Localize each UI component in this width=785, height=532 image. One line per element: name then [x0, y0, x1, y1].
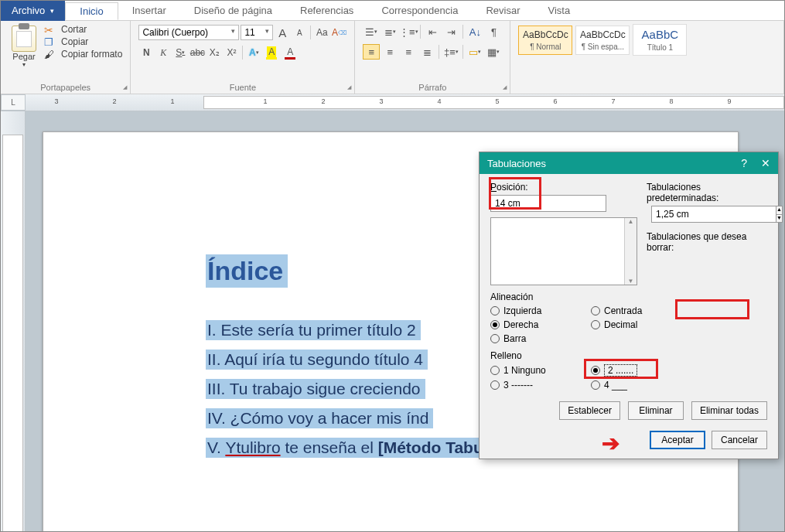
- posicion-input[interactable]: [490, 195, 606, 212]
- align-right-button[interactable]: ≡: [400, 44, 417, 60]
- horizontal-ruler[interactable]: 3 2 1 1 2 3 4 5 6 7 8 9: [26, 94, 784, 111]
- alineacion-group: Izquierda Centrada Derecha Decimal Barra: [490, 305, 767, 344]
- style-sinespacio[interactable]: AaBbCcDc ¶ Sin espa...: [575, 26, 630, 55]
- ribbon-tabs: Archivo Inicio Insertar Diseño de página…: [1, 1, 784, 21]
- tabulaciones-dialog: Tabulaciones ? ✕ Posición: ▲▼ Tabulacion…: [479, 152, 779, 459]
- ruler-row: L 3 2 1 1 2 3 4 5 6 7 8 9: [1, 94, 784, 111]
- radio-centrada[interactable]: Centrada: [591, 305, 668, 316]
- line-spacing-button[interactable]: ‡≡▾: [442, 44, 459, 60]
- underline-button[interactable]: S▾: [172, 44, 188, 61]
- eliminar-todas-button[interactable]: Eliminar todas: [691, 401, 767, 420]
- radio-izquierda[interactable]: Izquierda: [490, 305, 568, 316]
- ribbon: Pegar ▾ Cortar Copiar Copiar formato Por…: [1, 21, 784, 94]
- dialog-help-button[interactable]: ?: [741, 157, 747, 169]
- style-titulo1[interactable]: AaBbC Título 1: [633, 24, 687, 56]
- font-size-select[interactable]: 11: [241, 25, 273, 40]
- font-color-button[interactable]: A: [282, 44, 299, 61]
- paste-icon: [12, 26, 36, 52]
- doc-line-2: II. Aquí iría tu segundo título 4: [206, 350, 428, 370]
- strike-button[interactable]: abc: [189, 44, 205, 61]
- predeterminadas-input[interactable]: [651, 206, 776, 223]
- sort-button[interactable]: A↓: [466, 24, 483, 39]
- radio-relleno-3[interactable]: 3 -------: [490, 380, 568, 390]
- group-font: Calibri (Cuerpo) 11 A A Aa A⌫ N K S▾ abc…: [131, 21, 355, 94]
- subscript-button[interactable]: X₂: [206, 44, 222, 61]
- clear-format-button[interactable]: A⌫: [331, 24, 346, 41]
- doc-heading: Índice: [206, 254, 288, 288]
- format-painter-button[interactable]: Copiar formato: [44, 49, 122, 60]
- copy-button[interactable]: Copiar: [44, 36, 122, 47]
- style-normal[interactable]: AaBbCcDc ¶ Normal: [518, 26, 572, 55]
- font-name-select[interactable]: Calibri (Cuerpo): [138, 25, 239, 40]
- doc-line-1: I. Este sería tu primer título 2: [206, 320, 421, 340]
- group-clipboard: Pegar ▾ Cortar Copiar Copiar formato Por…: [1, 21, 131, 94]
- tab-inicio[interactable]: Inicio: [65, 2, 118, 20]
- paste-label: Pegar: [9, 52, 39, 61]
- establecer-button[interactable]: Establecer: [559, 401, 620, 420]
- tab-vista[interactable]: Vista: [534, 2, 584, 19]
- posicion-label: Posición:: [490, 182, 637, 193]
- tab-insertar[interactable]: Insertar: [118, 2, 180, 19]
- doc-line-3: III. Tu trabajo sigue creciendo: [206, 379, 425, 399]
- dialog-title-text: Tabulaciones: [487, 158, 546, 169]
- radio-decimal[interactable]: Decimal: [591, 319, 668, 330]
- highlight-button[interactable]: A: [263, 44, 280, 61]
- tab-correspondencia[interactable]: Correspondencia: [367, 2, 472, 19]
- relleno-group: 1 Ninguno 2 ....... 3 ------- 4 ___: [490, 364, 767, 390]
- numbering-button[interactable]: ≣▾: [381, 24, 398, 39]
- group-font-title: Fuente: [138, 81, 346, 92]
- bullets-button[interactable]: ☰▾: [363, 24, 380, 39]
- indent-button[interactable]: ⇥: [442, 24, 459, 39]
- cut-icon: [44, 24, 56, 35]
- outdent-button[interactable]: ⇤: [424, 24, 441, 39]
- vertical-ruler[interactable]: [1, 111, 26, 532]
- radio-relleno-4[interactable]: 4 ___: [591, 380, 668, 390]
- cut-button[interactable]: Cortar: [44, 24, 122, 35]
- change-case-button[interactable]: Aa: [314, 24, 329, 41]
- radio-derecha[interactable]: Derecha: [490, 319, 568, 330]
- copy-icon: [44, 36, 56, 47]
- group-paragraph-title: Párrafo: [363, 81, 502, 92]
- relleno-label: Relleno: [490, 350, 767, 361]
- align-justify-button[interactable]: ≣: [418, 44, 435, 60]
- radio-barra[interactable]: Barra: [490, 333, 568, 344]
- posicion-listbox[interactable]: ▲▼: [490, 217, 637, 285]
- tab-file[interactable]: Archivo: [1, 1, 65, 21]
- borders-button[interactable]: ▦▾: [485, 44, 502, 60]
- bold-button[interactable]: N: [138, 44, 154, 61]
- tab-selector[interactable]: L: [1, 94, 26, 111]
- align-left-button[interactable]: ≡: [363, 44, 380, 60]
- predeterminadas-label: Tabulaciones predeterminadas:: [647, 182, 767, 203]
- borrar-label: Tabulaciones que desea borrar:: [647, 231, 767, 253]
- shading-button[interactable]: ▭▾: [466, 44, 483, 60]
- paste-button[interactable]: Pegar ▾: [9, 24, 39, 68]
- alineacion-label: Alineación: [490, 292, 767, 302]
- dialog-close-button[interactable]: ✕: [761, 157, 770, 169]
- eliminar-button[interactable]: Eliminar: [628, 401, 684, 420]
- group-clipboard-title: Portapapeles: [9, 81, 122, 92]
- group-paragraph: ☰▾ ≣▾ ⋮≡▾ ⇤ ⇥ A↓ ¶ ≡ ≡ ≡ ≣ ‡≡▾ ▭▾ ▦▾: [355, 21, 510, 94]
- brush-icon: [44, 49, 56, 60]
- text-effects-button[interactable]: A▾: [246, 44, 261, 61]
- multilevel-button[interactable]: ⋮≡▾: [400, 24, 417, 39]
- radio-relleno-1[interactable]: 1 Ninguno: [490, 364, 568, 377]
- doc-line-4: IV. ¿Cómo voy a hacer mis índ: [206, 408, 433, 428]
- tab-diseno[interactable]: Diseño de página: [180, 2, 286, 19]
- radio-relleno-2[interactable]: 2 .......: [591, 364, 668, 377]
- tab-revisar[interactable]: Revisar: [472, 2, 534, 19]
- align-center-button[interactable]: ≡: [381, 44, 398, 60]
- grow-font-button[interactable]: A: [275, 24, 290, 41]
- show-marks-button[interactable]: ¶: [485, 24, 502, 39]
- cancelar-button[interactable]: Cancelar: [712, 431, 767, 449]
- superscript-button[interactable]: X²: [224, 44, 239, 61]
- spin-up[interactable]: ▲: [776, 206, 782, 215]
- aceptar-button[interactable]: Aceptar: [650, 431, 705, 449]
- listbox-scrollbar[interactable]: ▲▼: [624, 218, 637, 285]
- shrink-font-button[interactable]: A: [292, 24, 307, 41]
- dialog-titlebar[interactable]: Tabulaciones ? ✕: [480, 152, 778, 174]
- italic-button[interactable]: K: [155, 44, 171, 61]
- spin-down[interactable]: ▼: [776, 215, 782, 223]
- group-styles: AaBbCcDc ¶ Normal AaBbCcDc ¶ Sin espa...…: [510, 21, 784, 94]
- predeterminadas-spin[interactable]: ▲▼: [651, 206, 767, 223]
- tab-referencias[interactable]: Referencias: [286, 2, 367, 19]
